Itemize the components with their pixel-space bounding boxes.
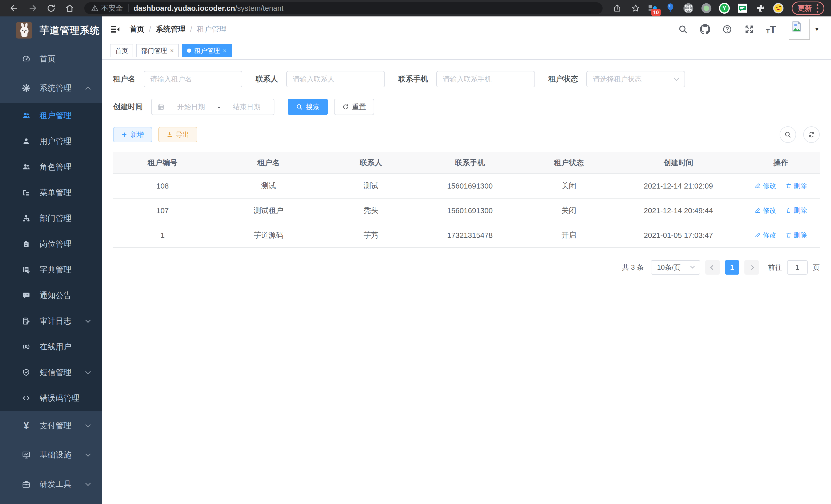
edit-button[interactable]: 修改 (755, 231, 776, 240)
roles-icon (22, 162, 31, 172)
breadcrumb-system[interactable]: 系统管理 (156, 24, 185, 34)
broken-image-icon (791, 21, 802, 32)
extension-pin-icon[interactable] (665, 3, 676, 14)
goto-page-input[interactable] (787, 260, 808, 275)
sidebar-item-label: 错误码管理 (39, 393, 79, 404)
cell-mobile: 17321315478 (417, 223, 523, 248)
mobile-input[interactable] (436, 71, 535, 87)
pagination: 共 3 条 10条/页 1 前往 页 (113, 260, 820, 285)
share-icon[interactable] (610, 1, 625, 16)
filter-row-1: 租户名 联系人 联系手机 租户状态 请选择租户状态 (113, 71, 820, 87)
extension-tabs-icon[interactable]: 10 (647, 3, 658, 14)
sidebar-item-label: 审计日志 (39, 316, 71, 326)
extension-command-icon[interactable] (683, 3, 694, 14)
page-size-select[interactable]: 10条/页 (651, 260, 700, 275)
edit-button[interactable]: 修改 (755, 206, 776, 215)
user-menu[interactable]: ▼ (789, 19, 820, 40)
status-select[interactable]: 请选择租户状态 (586, 71, 685, 87)
close-icon[interactable]: × (170, 48, 174, 54)
tab-dept[interactable]: 部门管理 × (136, 44, 179, 57)
browser-home-button[interactable] (62, 1, 77, 16)
prev-page-button[interactable] (705, 260, 720, 275)
search-icon[interactable] (678, 24, 688, 35)
sidebar-item-menu[interactable]: 菜单管理 (0, 180, 102, 206)
sidebar-item-home[interactable]: 首页 (0, 44, 102, 73)
cell-status: 关闭 (523, 174, 615, 198)
contact-input[interactable] (286, 71, 385, 87)
browser-forward-button[interactable] (25, 1, 40, 16)
extension-chat-icon[interactable] (737, 3, 748, 14)
tab-tenant[interactable]: 租户管理 × (182, 44, 232, 57)
sidebar-item-user[interactable]: 用户管理 (0, 128, 102, 154)
date-range-picker[interactable]: 开始日期 - 结束日期 (151, 99, 275, 115)
breadcrumb-home[interactable]: 首页 (130, 24, 144, 34)
close-icon[interactable]: × (223, 48, 227, 54)
sidebar-item-errcode[interactable]: 错误码管理 (0, 385, 102, 411)
address-bar[interactable]: 不安全 dashboard.yudao.iocoder.cn/system/te… (84, 2, 603, 14)
export-button[interactable]: 导出 (158, 127, 197, 142)
extension-yudao-icon[interactable]: Y (719, 3, 730, 14)
extension-badge: 10 (651, 9, 661, 16)
github-icon[interactable] (700, 24, 711, 35)
sidebar-item-online[interactable]: 在线用户 (0, 334, 102, 360)
bookmark-star-icon[interactable] (628, 1, 643, 16)
font-size-icon[interactable]: TT (766, 24, 776, 34)
next-page-button[interactable] (744, 260, 759, 275)
sidebar-item-infra[interactable]: 基础设施 (0, 440, 102, 470)
sidebar-item-label: 字典管理 (39, 264, 71, 275)
cell-mobile: 15601691300 (417, 198, 523, 223)
security-warning[interactable]: 不安全 (91, 3, 123, 13)
refresh-table-button[interactable] (803, 126, 820, 143)
browser-menu-icon[interactable] (816, 4, 819, 12)
sidebar-item-notice[interactable]: 通知公告 (0, 283, 102, 308)
reset-button[interactable]: 重置 (334, 99, 374, 115)
browser-back-button[interactable] (7, 1, 22, 16)
browser-update-button[interactable]: 更新 (792, 2, 824, 15)
extensions-row: 10 Y (647, 3, 784, 14)
add-button[interactable]: 新增 (113, 127, 152, 142)
sidebar-item-label: 短信管理 (39, 367, 71, 378)
sidebar-item-sms[interactable]: 短信管理 (0, 360, 102, 385)
sidebar-item-label: 基础设施 (39, 449, 71, 460)
extension-emoji-icon[interactable] (773, 3, 784, 14)
sidebar-item-system[interactable]: 系统管理 (0, 73, 102, 103)
extension-recorder-icon[interactable] (701, 3, 712, 14)
sidebar-item-audit[interactable]: 审计日志 (0, 308, 102, 334)
col-contact: 联系人 (325, 152, 417, 174)
help-icon[interactable] (722, 24, 733, 35)
fullscreen-icon[interactable] (744, 24, 755, 35)
table-toolbar: 新增 导出 (113, 126, 820, 143)
browser-reload-button[interactable] (44, 1, 59, 16)
security-label: 不安全 (101, 3, 123, 13)
sidebar-item-pay[interactable]: ¥ 支付管理 (0, 411, 102, 440)
extension-puzzle-icon[interactable] (755, 3, 766, 14)
chevron-down-icon (85, 451, 91, 456)
chevron-down-icon (85, 422, 91, 427)
sidebar-item-label: 岗位管理 (39, 239, 71, 249)
cell-status: 开启 (523, 223, 615, 248)
select-placeholder: 请选择租户状态 (593, 75, 641, 84)
top-navbar: 首页 / 系统管理 / 租户管理 T (102, 17, 831, 42)
delete-button[interactable]: 删除 (785, 206, 807, 215)
active-dot (187, 49, 191, 53)
sidebar-item-dept[interactable]: 部门管理 (0, 206, 102, 231)
filter-label: 联系手机 (398, 74, 428, 84)
tenant-name-input[interactable] (144, 71, 242, 87)
sidebar-item-dict[interactable]: 字典管理 (0, 257, 102, 283)
show-search-button[interactable] (780, 126, 796, 143)
filter-create-time: 创建时间 开始日期 - 结束日期 (113, 99, 275, 115)
current-page[interactable]: 1 (725, 260, 739, 275)
sidebar-item-post[interactable]: 岗位管理 (0, 231, 102, 257)
edit-button[interactable]: 修改 (755, 181, 776, 190)
sidebar-item-tenant[interactable]: 租户管理 (0, 103, 102, 128)
caret-down-icon[interactable]: ▼ (814, 26, 820, 33)
search-button[interactable]: 搜索 (288, 99, 328, 115)
tab-home[interactable]: 首页 (110, 44, 133, 57)
avatar[interactable] (789, 19, 810, 40)
sidebar-item-role[interactable]: 角色管理 (0, 154, 102, 180)
user-icon (22, 137, 31, 146)
sidebar-toggle-icon[interactable] (110, 24, 121, 35)
sidebar-item-tool[interactable]: 研发工具 (0, 470, 102, 499)
delete-button[interactable]: 删除 (785, 231, 807, 240)
delete-button[interactable]: 删除 (785, 181, 807, 190)
